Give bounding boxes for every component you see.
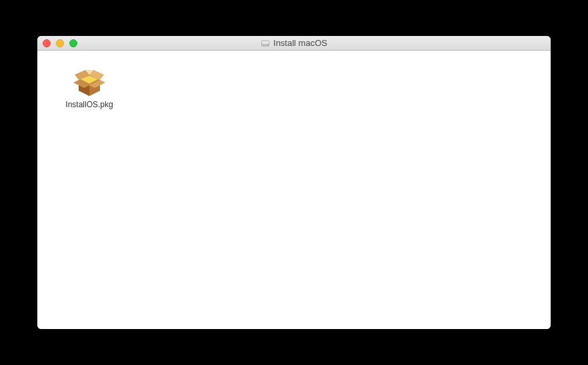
disk-icon <box>261 39 270 48</box>
content-area[interactable]: InstallOS.pkg <box>37 51 551 329</box>
traffic-lights <box>37 39 77 47</box>
maximize-button[interactable] <box>69 39 77 47</box>
svg-rect-1 <box>262 44 269 46</box>
close-button[interactable] <box>43 39 51 47</box>
titlebar[interactable]: Install macOS <box>37 36 551 51</box>
svg-point-2 <box>267 45 268 45</box>
minimize-button[interactable] <box>56 39 64 47</box>
window-title: Install macOS <box>273 38 327 48</box>
package-icon <box>68 65 111 97</box>
file-item-installos[interactable]: InstallOS.pkg <box>56 63 123 112</box>
svg-rect-0 <box>262 41 269 46</box>
finder-window: Install macOS <box>37 36 551 329</box>
file-label: InstallOS.pkg <box>65 100 113 109</box>
window-title-area: Install macOS <box>37 36 551 50</box>
